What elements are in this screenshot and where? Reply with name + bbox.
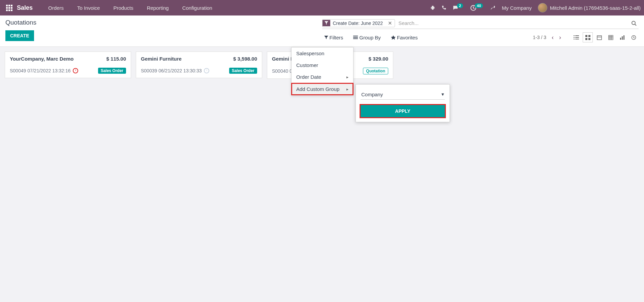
group-by-button[interactable]: Group By <box>351 33 382 42</box>
clock-icon <box>73 68 78 73</box>
svg-rect-18 <box>622 36 623 40</box>
svg-rect-7 <box>574 37 575 38</box>
page-title: Quotations <box>5 19 322 26</box>
card-title: Gemini F <box>272 56 294 62</box>
user-menu[interactable]: Mitchell Admin (17694536-saas-15-2-all) <box>538 3 641 12</box>
facet-remove-icon[interactable]: ✕ <box>386 20 395 26</box>
search-bar: Create Date: June 2022 ✕ <box>322 19 639 29</box>
pager-next-icon[interactable]: › <box>558 33 562 42</box>
svg-rect-8 <box>575 37 579 38</box>
group-by-label: Group By <box>359 35 380 40</box>
card-ref: S00039 06/21/2022 13:30:33 <box>141 68 202 73</box>
svg-rect-12 <box>588 35 590 37</box>
svg-rect-9 <box>574 39 575 39</box>
groupby-order-date[interactable]: Order Date <box>292 71 353 83</box>
svg-rect-13 <box>585 38 587 40</box>
favorites-button[interactable]: Favorites <box>389 33 420 42</box>
svg-rect-5 <box>574 35 575 36</box>
card-title: YourCompany, Marc Demo <box>10 56 73 62</box>
tools-icon[interactable] <box>490 5 496 10</box>
search-facet: Create Date: June 2022 ✕ <box>322 19 395 27</box>
status-badge: Quotation <box>363 68 388 74</box>
card-amount: $ 3,598.00 <box>233 56 257 62</box>
search-input[interactable] <box>397 19 629 27</box>
svg-rect-19 <box>623 35 624 40</box>
svg-rect-11 <box>585 35 587 37</box>
top-navbar: Sales Orders To Invoice Products Reporti… <box>0 0 644 15</box>
kanban-card[interactable]: YourCompany, Marc Demo $ 115.00 S00049 0… <box>5 52 131 78</box>
card-title: Gemini Furniture <box>141 56 182 62</box>
filters-label: Filters <box>330 35 343 40</box>
pager-prev-icon[interactable]: ‹ <box>550 33 555 42</box>
groupby-salesperson[interactable]: Salesperson <box>292 47 353 59</box>
view-graph-icon[interactable] <box>617 32 627 42</box>
card-ref: S00049 07/21/2022 13:32:16 <box>10 68 71 73</box>
card-amount: $ 329.00 <box>369 56 388 62</box>
company-switcher[interactable]: My Company <box>502 5 531 11</box>
nav-configuration[interactable]: Configuration <box>176 3 219 13</box>
kanban-card[interactable]: Gemini Furniture $ 3,598.00 S00039 06/21… <box>136 52 262 78</box>
nav-reporting[interactable]: Reporting <box>140 3 176 13</box>
filters-button[interactable]: Filters <box>322 33 345 42</box>
group-by-dropdown: Salesperson Customer Order Date Add Cust… <box>291 47 354 83</box>
control-panel: Quotations CREATE Create Date: June 2022… <box>0 15 644 47</box>
nav-to-invoice[interactable]: To Invoice <box>70 3 107 13</box>
card-ref: S00040 0 <box>272 68 292 74</box>
groupby-customer[interactable]: Customer <box>292 59 353 71</box>
create-button[interactable]: CREATE <box>5 30 34 41</box>
pager-text: 1-3 / 3 <box>533 35 546 40</box>
view-pivot-icon[interactable] <box>606 32 616 42</box>
svg-rect-16 <box>609 35 613 40</box>
chat-icon[interactable]: 2 <box>453 5 464 11</box>
apps-icon[interactable] <box>3 5 15 11</box>
nav-links: Orders To Invoice Products Reporting Con… <box>41 3 219 13</box>
view-activity-icon[interactable] <box>628 32 639 42</box>
pager: 1-3 / 3 ‹ › <box>533 33 562 42</box>
svg-rect-2 <box>353 36 358 36</box>
clock-icon <box>204 68 209 73</box>
card-amount: $ 115.00 <box>106 56 126 62</box>
activity-badge: 40 <box>475 3 483 8</box>
chat-badge: 2 <box>457 3 463 8</box>
svg-point-1 <box>632 21 635 25</box>
phone-icon[interactable] <box>441 5 447 10</box>
view-list-icon[interactable] <box>571 32 581 42</box>
view-kanban-icon[interactable] <box>583 32 593 42</box>
svg-rect-17 <box>620 38 621 40</box>
facet-label: Create Date: June 2022 <box>330 20 386 27</box>
activity-icon[interactable]: 40 <box>470 5 484 11</box>
search-icon[interactable] <box>629 21 639 26</box>
svg-rect-4 <box>353 38 358 39</box>
svg-rect-3 <box>353 37 358 38</box>
status-badge: Sales Order <box>229 68 257 74</box>
svg-rect-15 <box>597 36 602 40</box>
add-custom-group[interactable]: Add Custom Group <box>292 83 353 83</box>
status-badge: Sales Order <box>98 68 126 74</box>
bug-icon[interactable] <box>430 5 435 10</box>
svg-rect-6 <box>575 35 579 36</box>
favorites-label: Favorites <box>397 35 418 40</box>
svg-rect-14 <box>588 38 590 40</box>
brand-name[interactable]: Sales <box>17 4 33 11</box>
svg-rect-10 <box>575 39 579 39</box>
nav-orders[interactable]: Orders <box>41 3 70 13</box>
filter-icon <box>323 20 330 26</box>
nav-products[interactable]: Products <box>106 3 140 13</box>
avatar <box>538 3 547 12</box>
user-name: Mitchell Admin (17694536-saas-15-2-all) <box>550 5 641 11</box>
view-calendar-icon[interactable] <box>594 32 604 42</box>
